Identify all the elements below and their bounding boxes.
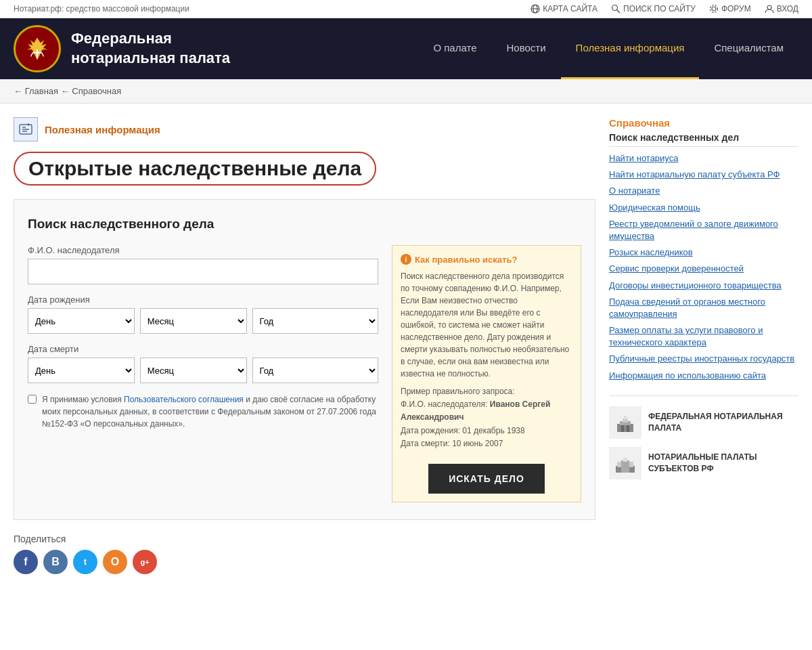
gear-icon — [709, 4, 719, 14]
nav-novosti[interactable]: Новости — [492, 18, 561, 79]
breadcrumb-spravochnaya[interactable]: Справочная — [72, 86, 121, 96]
share-facebook[interactable]: f — [14, 550, 38, 574]
search-button[interactable]: ИСКАТЬ ДЕЛО — [428, 464, 545, 494]
birth-group: Дата рождения День Месяц Год — [28, 295, 378, 334]
sidebar-link-0[interactable]: Найти нотариуса — [609, 153, 678, 163]
sidebar-link-9[interactable]: Размер оплаты за услуги правового и техн… — [609, 325, 763, 347]
share-vkontakte[interactable]: В — [43, 550, 68, 574]
form-layout: Ф.И.О. наследодателя Дата рождения День … — [28, 245, 581, 502]
share-googleplus[interactable]: g+ — [133, 550, 157, 574]
fio-input[interactable] — [28, 259, 378, 284]
sidebar-link-6[interactable]: Сервис проверки доверенностей — [609, 263, 744, 274]
sidebar-link-item: Публичные реестры иностранных государств — [609, 353, 798, 365]
search-site-label: ПОИСК ПО САЙТУ — [623, 4, 696, 14]
svg-point-6 — [710, 5, 717, 13]
form-left: Ф.И.О. наследодателя Дата рождения День … — [28, 245, 378, 502]
death-year-select[interactable]: Год — [252, 358, 379, 383]
svg-rect-28 — [623, 458, 627, 462]
birth-year-select[interactable]: Год — [252, 308, 379, 334]
checkbox-text1: Я принимаю условия — [42, 395, 124, 404]
sidebar-footer-item-fnp: ФЕДЕРАЛЬНАЯ НОТАРИАЛЬНАЯ ПАЛАТА — [609, 406, 798, 439]
death-day-select[interactable]: День — [28, 358, 135, 383]
search-site-link[interactable]: ПОИСК ПО САЙТУ — [611, 4, 696, 14]
birth-date-row: День Месяц Год — [28, 308, 378, 334]
hint-example: Пример правильного запроса: Ф.И.О. насле… — [401, 385, 572, 450]
logo-area: Федеральная нотариальная палата — [14, 25, 247, 72]
sidebar-link-1[interactable]: Найти нотариальную палату субъекта РФ — [609, 169, 780, 179]
checkbox-row: Я принимаю условия Пользовательского сог… — [28, 393, 378, 430]
sidebar-link-item: Реестр уведомлений о залоге движимого им… — [609, 218, 798, 242]
main-content: Полезная информация Открытые наследствен… — [14, 117, 595, 574]
sidebar-link-item: Розыск наследников — [609, 246, 798, 259]
svg-point-7 — [767, 5, 771, 9]
sidebar-links: Найти нотариуса Найти нотариальную палат… — [609, 152, 798, 382]
globe-icon — [531, 4, 540, 14]
share-odnoklassniki[interactable]: О — [103, 550, 127, 574]
nav-o-palate[interactable]: О палате — [418, 18, 491, 79]
sidebar-link-item: Договоры инвестиционного товарищества — [609, 280, 798, 292]
sidebar-link-item: Информация по использованию сайта — [609, 370, 798, 382]
login-link[interactable]: ВХОД — [765, 4, 798, 14]
svg-rect-25 — [621, 460, 629, 473]
death-date-row: День Месяц Год — [28, 358, 378, 383]
fio-label: Ф.И.О. наследодателя — [28, 245, 378, 255]
sidebar-link-2[interactable]: О нотариате — [609, 186, 660, 196]
share-section: Поделиться f В t О g+ — [14, 534, 595, 574]
site-title: Федеральная нотариальная палата — [71, 29, 247, 68]
hint-text: Поиск наследственного дела производится … — [401, 270, 572, 380]
page-layout: Полезная информация Открытые наследствен… — [0, 104, 812, 588]
map-site-link[interactable]: КАРТА САЙТА — [531, 4, 597, 14]
header: Федеральная нотариальная палата О палате… — [0, 18, 812, 79]
forum-link[interactable]: ФОРУМ — [709, 4, 751, 14]
sidebar-link-3[interactable]: Юридическая помощь — [609, 202, 700, 213]
main-nav: О палате Новости Полезная информация Спе… — [418, 18, 798, 79]
login-label: ВХОД — [777, 4, 798, 14]
sidebar-link-item: Найти нотариальную палату субъекта РФ — [609, 169, 798, 181]
svg-line-11 — [30, 53, 32, 57]
breadcrumb-arrow2: ← — [61, 86, 72, 96]
birth-month-select[interactable]: Месяц — [140, 308, 247, 334]
hint-icon: i — [401, 254, 411, 265]
sidebar-link-10[interactable]: Публичные реестры иностранных государств — [609, 353, 794, 364]
sidebar-link-4[interactable]: Реестр уведомлений о залоге движимого им… — [609, 219, 778, 241]
sidebar-link-item: Найти нотариуса — [609, 152, 798, 165]
sidebar: Справочная Поиск наследственных дел Найт… — [609, 117, 798, 574]
svg-point-3 — [612, 5, 618, 11]
svg-line-4 — [617, 10, 621, 14]
sidebar-fnp-text: ФЕДЕРАЛЬНАЯ НОТАРИАЛЬНАЯ ПАЛАТА — [648, 411, 798, 434]
share-icons: f В t О g+ — [14, 550, 595, 574]
map-site-label: КАРТА САЙТА — [543, 4, 597, 14]
sidebar-title: Справочная — [609, 117, 798, 129]
sidebar-link-item: Подача сведений от органов местного само… — [609, 296, 798, 320]
search-box: Поиск наследственного дела Ф.И.О. наслед… — [14, 199, 595, 520]
top-bar-left: Нотариат.рф: средство массовой информаци… — [14, 4, 189, 14]
hint-example-birth-label: Дата рождения: — [401, 426, 460, 435]
birth-day-select[interactable]: День — [28, 308, 135, 334]
share-twitter[interactable]: t — [73, 550, 97, 574]
page-title: Открытые наследственные дела — [14, 152, 376, 186]
agreement-checkbox[interactable] — [28, 395, 37, 404]
death-group: Дата смерти День Месяц Год — [28, 344, 378, 383]
hint-title: i Как правильно искать? — [401, 254, 572, 265]
svg-point-5 — [712, 7, 716, 11]
fio-group: Ф.И.О. наследодателя — [28, 245, 378, 284]
subjects-icon — [609, 447, 641, 479]
buildings-icon — [614, 452, 636, 474]
birth-label: Дата рождения — [28, 295, 378, 305]
svg-rect-20 — [624, 416, 627, 420]
nav-specialistam[interactable]: Специалистам — [699, 18, 798, 79]
sidebar-footer: ФЕДЕРАЛЬНАЯ НОТАРИАЛЬНАЯ ПАЛАТА НОТАРИАЛ… — [609, 395, 798, 479]
sidebar-link-11[interactable]: Информация по использованию сайта — [609, 370, 766, 381]
hint-example-death-row: Дата смерти: 10 июнь 2007 — [401, 437, 572, 450]
logo-icon — [24, 35, 51, 62]
user-agreement-link[interactable]: Пользовательского соглашения — [124, 395, 244, 404]
sidebar-link-8[interactable]: Подача сведений от органов местного само… — [609, 297, 765, 319]
death-month-select[interactable]: Месяц — [140, 358, 247, 383]
forum-label: ФОРУМ — [721, 4, 751, 14]
breadcrumb-home[interactable]: Главная — [25, 86, 58, 96]
sidebar-link-7[interactable]: Договоры инвестиционного товарищества — [609, 280, 782, 290]
nav-poleznaya[interactable]: Полезная информация — [561, 18, 700, 79]
sidebar-link-5[interactable]: Розыск наследников — [609, 247, 693, 257]
svg-line-12 — [42, 53, 44, 57]
top-bar: Нотариат.рф: средство массовой информаци… — [0, 0, 812, 18]
